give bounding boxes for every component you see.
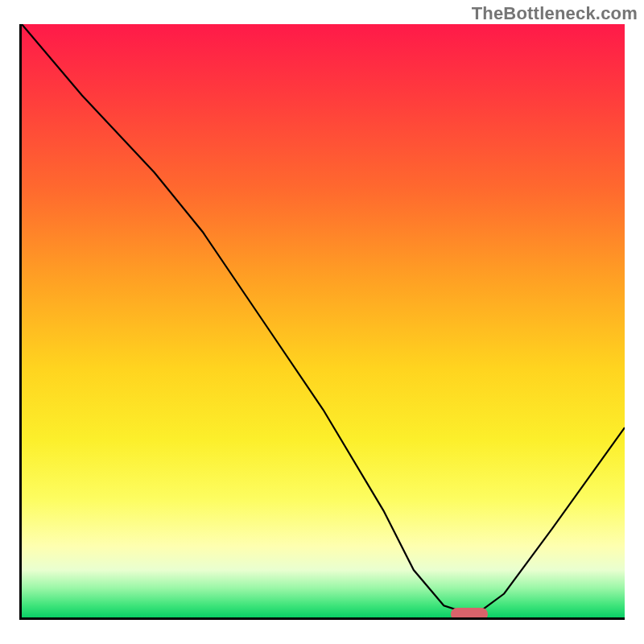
attribution-label: TheBottleneck.com: [472, 3, 638, 24]
chart-container: TheBottleneck.com: [0, 0, 644, 644]
optimal-point-marker: [451, 608, 488, 620]
bottleneck-curve: [22, 24, 625, 617]
plot-area: [19, 24, 625, 620]
